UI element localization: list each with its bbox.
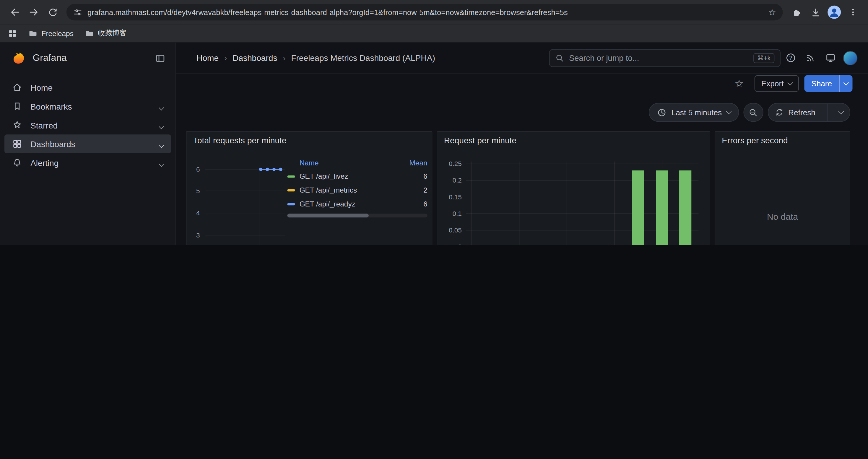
- downloads-button[interactable]: [806, 3, 825, 22]
- profile-button[interactable]: [825, 3, 844, 22]
- monitor-icon: [825, 53, 836, 63]
- y-tick: 0.2: [438, 177, 462, 184]
- folder-icon: [28, 28, 38, 38]
- breadcrumb-current: Freeleaps Metrics Dashboard (ALPHA): [291, 53, 435, 63]
- dashboard-canvas: Last 5 minutes Refresh: [176, 94, 868, 245]
- search-shortcut-kbd: ⌘+k: [753, 53, 774, 63]
- export-label: Export: [761, 79, 784, 88]
- folder-icon: [85, 28, 94, 38]
- breadcrumb-separator: ›: [224, 53, 227, 63]
- bookmark-label: 收藏博客: [98, 28, 126, 38]
- panel-total-requests: Total requests per minute 6 5 4 3 2: [186, 131, 433, 245]
- chevron-down-icon[interactable]: [159, 158, 163, 167]
- extensions-puzzle-icon: [792, 7, 802, 17]
- extensions-button[interactable]: [787, 3, 806, 22]
- chevron-down-icon: [726, 108, 732, 114]
- legend-scrollbar[interactable]: [287, 214, 427, 218]
- url-bar[interactable]: grafana.mathmast.com/d/deytv4rwavabkb/fr…: [66, 4, 783, 21]
- kebab-menu-icon: [848, 7, 858, 17]
- chevron-down-icon[interactable]: [159, 121, 163, 130]
- panel-errors-per-second: Errors per second No data: [715, 131, 850, 245]
- rss-icon: [805, 53, 815, 63]
- export-button[interactable]: Export: [754, 75, 799, 92]
- bookmark-star-icon[interactable]: ☆: [768, 7, 776, 18]
- profile-avatar: [828, 6, 841, 19]
- breadcrumb-dashboards[interactable]: Dashboards: [232, 53, 277, 63]
- collapse-sidebar-button[interactable]: [155, 53, 166, 64]
- clock-icon: [657, 107, 666, 117]
- bookmark-item-freeleaps[interactable]: Freeleaps: [28, 28, 73, 38]
- chevron-down-icon[interactable]: [159, 139, 163, 149]
- panel-title[interactable]: Errors per second: [715, 132, 850, 149]
- search-input[interactable]: Search or jump to... ⌘+k: [549, 49, 780, 67]
- no-data-message: No data: [715, 212, 850, 222]
- share-menu-caret[interactable]: [839, 75, 852, 92]
- series-name[interactable]: GET /api/_livez: [300, 172, 392, 181]
- sidebar-item-bookmarks[interactable]: Bookmarks: [4, 97, 171, 116]
- apps-grid-button[interactable]: [8, 28, 17, 38]
- news-button[interactable]: [800, 48, 820, 68]
- help-button[interactable]: ?: [780, 48, 800, 68]
- legend-col-mean[interactable]: Mean: [392, 159, 428, 167]
- chevron-down-icon[interactable]: [159, 102, 163, 111]
- time-range-picker[interactable]: Last 5 minutes: [649, 103, 739, 122]
- scrollbar-thumb[interactable]: [287, 214, 368, 218]
- y-tick: 0.25: [438, 160, 462, 167]
- total-requests-chart: [202, 163, 285, 245]
- magnifier-minus-icon: [749, 107, 758, 117]
- site-info-icon[interactable]: [73, 7, 83, 17]
- sidebar-item-home[interactable]: Home: [4, 78, 171, 97]
- sidebar-item-starred[interactable]: Starred: [4, 116, 171, 135]
- y-tick: 0.1: [438, 210, 462, 218]
- sidebar-item-label: Starred: [30, 121, 58, 130]
- forward-button[interactable]: [24, 3, 43, 22]
- series-mean: 6: [392, 172, 428, 181]
- panel-title[interactable]: Total requests per minute: [186, 132, 432, 149]
- sidebar-nav: Home Bookmarks Starred Dashboards: [0, 73, 176, 177]
- refresh-button-group: Refresh: [768, 103, 850, 122]
- request-per-minute-chart: [466, 160, 699, 245]
- share-button[interactable]: Share: [804, 75, 852, 92]
- sidebar-item-label: Home: [30, 83, 53, 92]
- sidebar-item-dashboards[interactable]: Dashboards: [4, 134, 171, 153]
- legend-table: Name Mean GET /api/_livez 6 GET /api/_me…: [287, 156, 427, 210]
- series-mean: 2: [392, 186, 428, 194]
- breadcrumb-home[interactable]: Home: [196, 53, 219, 63]
- sidebar-item-label: Dashboards: [30, 139, 75, 149]
- download-icon: [810, 7, 821, 18]
- breadcrumb: Home › Dashboards › Freeleaps Metrics Da…: [196, 53, 435, 63]
- browser-toolbar: grafana.mathmast.com/d/deytv4rwavabkb/fr…: [0, 0, 868, 24]
- bookmarks-bar: Freeleaps 收藏博客: [0, 24, 868, 42]
- reload-icon: [47, 7, 58, 18]
- screen-share-button[interactable]: [820, 48, 840, 68]
- refresh-button[interactable]: Refresh: [769, 103, 822, 121]
- sidebar-item-alerting[interactable]: Alerting: [4, 153, 171, 172]
- bookmark-icon: [12, 101, 22, 111]
- browser-menu-button[interactable]: [844, 3, 863, 22]
- svg-text:?: ?: [789, 55, 792, 61]
- favorite-dashboard-button[interactable]: ☆: [729, 73, 749, 93]
- legend-col-name[interactable]: Name: [300, 159, 392, 167]
- grafana-logo[interactable]: [12, 51, 27, 65]
- panel-title[interactable]: Request per minute: [437, 132, 710, 149]
- bookmark-item-blog[interactable]: 收藏博客: [85, 28, 126, 38]
- series-name[interactable]: GET /api/_metrics: [300, 186, 392, 194]
- series-swatch: [287, 203, 295, 205]
- series-swatch: [287, 175, 295, 177]
- reload-button[interactable]: [43, 3, 62, 22]
- sidebar-item-label: Bookmarks: [30, 102, 72, 111]
- zoom-out-button[interactable]: [743, 103, 763, 122]
- star-icon: [12, 120, 22, 130]
- url-text: grafana.mathmast.com/d/deytv4rwavabkb/fr…: [88, 8, 763, 16]
- back-button[interactable]: [6, 3, 25, 22]
- refresh-interval-caret[interactable]: [833, 103, 850, 121]
- y-tick: 0.05: [438, 226, 462, 234]
- time-controls: Last 5 minutes Refresh: [649, 103, 850, 122]
- y-tick: 3: [188, 231, 200, 239]
- user-menu-button[interactable]: [840, 48, 860, 68]
- series-name[interactable]: GET /api/_readyz: [300, 200, 392, 208]
- y-tick: 5: [188, 187, 200, 195]
- bell-icon: [12, 158, 22, 168]
- main-area: Home › Dashboards › Freeleaps Metrics Da…: [176, 42, 868, 245]
- help-icon: ?: [785, 53, 796, 63]
